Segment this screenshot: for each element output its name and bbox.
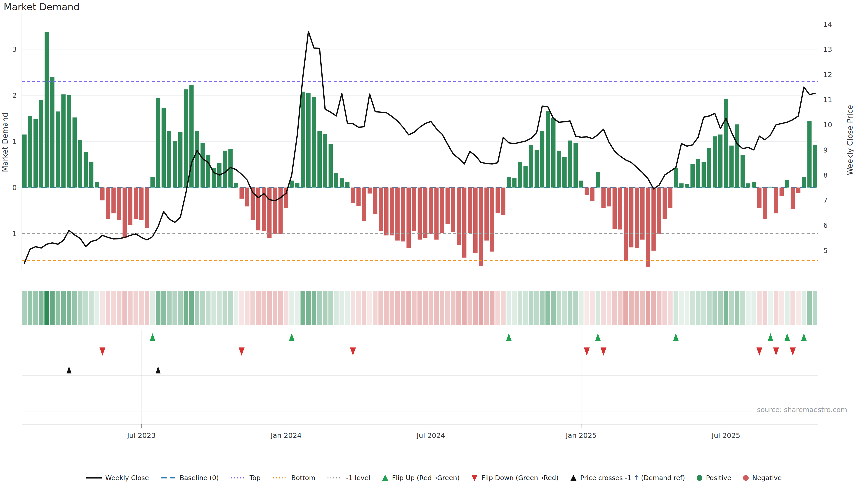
- demand-bar: [323, 134, 327, 188]
- heatmap-cell: [317, 291, 322, 325]
- legend-item: Bottom: [272, 474, 315, 482]
- heatmap-cell: [523, 291, 528, 325]
- heatmap-cell: [696, 291, 701, 325]
- heatmap-cell: [434, 291, 439, 325]
- heatmap-cell: [145, 291, 149, 325]
- circle-icon: [697, 475, 702, 481]
- heatmap-cell: [273, 291, 277, 325]
- demand-bar: [730, 145, 734, 188]
- heatmap-cell: [456, 291, 461, 325]
- demand-bar: [128, 188, 132, 225]
- demand-bar: [67, 95, 71, 188]
- heatmap-cell: [289, 291, 294, 325]
- demand-bar: [390, 188, 394, 235]
- heatmap-cell: [367, 291, 372, 325]
- heatmap-cell: [33, 291, 38, 325]
- demand-bar: [195, 131, 199, 188]
- demand-bar: [690, 164, 694, 188]
- heatmap-cell: [312, 291, 316, 325]
- heatmap-cell: [89, 291, 94, 325]
- demand-bar: [618, 188, 622, 230]
- heatmap-cell: [245, 291, 250, 325]
- heatmap-cell: [105, 291, 110, 325]
- demand-bar: [384, 188, 389, 235]
- heatmap-cell: [506, 291, 511, 325]
- heatmap-cell: [802, 291, 806, 325]
- demand-bar: [245, 188, 249, 206]
- demand-bar: [200, 143, 205, 188]
- left-axis-tick: −1: [6, 230, 17, 238]
- demand-bar: [707, 148, 711, 188]
- legend-label: Price crosses -1 ↑ (Demand ref): [580, 474, 685, 482]
- demand-bar: [529, 144, 533, 188]
- heatmap-cell: [56, 291, 60, 325]
- market-demand-chart: 3210−1141312111098765Market DemandWeekly…: [0, 0, 868, 447]
- demand-bar: [145, 188, 149, 228]
- heatmap-cell: [373, 291, 378, 325]
- heatmap-cell: [334, 291, 339, 325]
- demand-bar: [702, 162, 706, 188]
- heatmap-cell: [623, 291, 628, 325]
- heatmap-cell: [529, 291, 533, 325]
- demand-bar: [78, 140, 82, 188]
- demand-bar: [284, 188, 288, 208]
- demand-bar: [278, 188, 283, 234]
- heatmap-cell: [551, 291, 556, 325]
- demand-bar: [579, 181, 583, 188]
- heatmap-cell: [250, 291, 255, 325]
- flip-down-marker: [756, 348, 762, 356]
- heatmap-cell: [340, 291, 344, 325]
- left-axis-tick: 0: [12, 184, 17, 192]
- right-axis-tick: 13: [823, 45, 832, 53]
- heatmap-cell: [718, 291, 723, 325]
- flip-up-marker: [784, 333, 790, 341]
- heatmap-cell: [573, 291, 578, 325]
- demand-bar: [473, 188, 477, 253]
- flip-up-marker: [506, 333, 512, 341]
- heatmap-cell: [679, 291, 684, 325]
- demand-bar: [206, 155, 211, 188]
- heatmap-cell: [612, 291, 617, 325]
- right-axis-tick: 12: [823, 70, 832, 78]
- demand-bar: [418, 188, 422, 240]
- heatmap-cell: [390, 291, 395, 325]
- heatmap-cell: [640, 291, 645, 325]
- heatmap-cell: [462, 291, 467, 325]
- heatmap-cell: [206, 291, 211, 325]
- heatmap-cell: [156, 291, 160, 325]
- demand-bar: [741, 155, 745, 188]
- demand-bar: [329, 144, 333, 188]
- demand-bar: [312, 97, 316, 188]
- left-axis-tick: 2: [12, 91, 17, 99]
- demand-bar: [22, 134, 27, 188]
- heatmap-cell: [585, 291, 589, 325]
- demand-bar: [557, 151, 561, 188]
- heatmap-cell: [440, 291, 444, 325]
- heatmap-cell: [473, 291, 478, 325]
- flip-down-marker: [584, 348, 590, 356]
- demand-bar: [540, 131, 544, 188]
- heatmap-cell: [657, 291, 662, 325]
- triangle-up-icon: [382, 475, 388, 481]
- demand-bar: [356, 188, 361, 206]
- heatmap-cell: [412, 291, 416, 325]
- heatmap-cell: [50, 291, 55, 325]
- heatmap-cell: [395, 291, 400, 325]
- demand-bar: [28, 116, 32, 188]
- demand-bar: [268, 188, 272, 238]
- demand-bar: [479, 188, 483, 266]
- demand-bar: [590, 188, 594, 201]
- triangle-down-icon: [471, 475, 477, 481]
- heatmap-cell: [796, 291, 801, 325]
- demand-bar: [746, 184, 750, 188]
- demand-bar: [485, 188, 489, 240]
- left-axis-tick: 1: [12, 137, 17, 145]
- legend-item: Flip Up (Red→Green): [382, 474, 460, 482]
- demand-bar: [162, 108, 166, 188]
- price-cross-marker: [156, 366, 160, 373]
- heatmap-cell: [200, 291, 205, 325]
- demand-bar: [368, 188, 372, 194]
- demand-bar: [624, 188, 628, 261]
- heatmap-cell: [451, 291, 456, 325]
- demand-bar: [763, 188, 767, 219]
